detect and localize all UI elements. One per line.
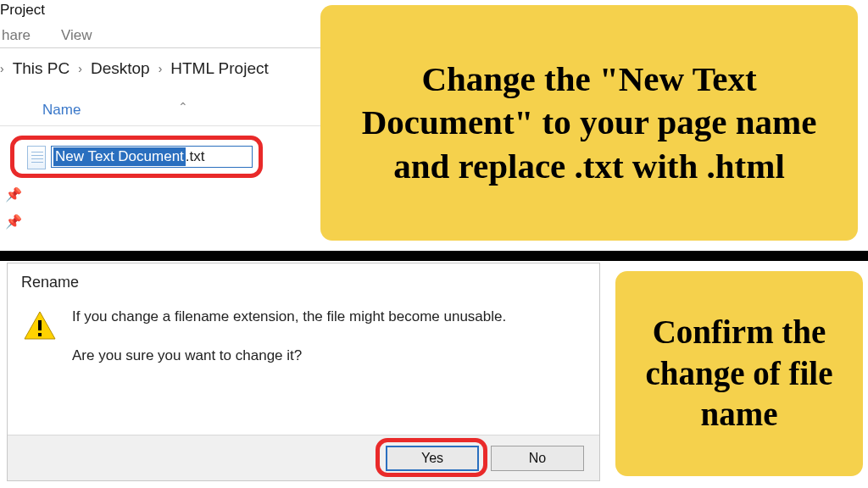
column-separator: [0, 125, 322, 126]
annotation-confirm-instruction: Confirm the change of file name: [615, 271, 863, 476]
annotation-text: Change the "New Text Document" to your p…: [337, 58, 841, 188]
no-button[interactable]: No: [491, 446, 584, 471]
svg-rect-2: [38, 333, 42, 336]
pin-icon: 📌: [5, 186, 19, 200]
yes-button[interactable]: Yes: [386, 446, 479, 471]
pin-icon: 📌: [5, 214, 19, 227]
filename-selected-text: New Text Document: [53, 147, 186, 166]
annotation-rename-instruction: Change the "New Text Document" to your p…: [320, 5, 858, 241]
svg-rect-1: [38, 320, 42, 330]
section-divider: [0, 251, 868, 261]
column-header-name[interactable]: Name: [42, 102, 81, 119]
breadcrumb-item-this-pc[interactable]: This PC: [13, 59, 70, 78]
dialog-body-text: If you change a filename extension, the …: [72, 307, 506, 366]
dialog-message-line1: If you change a filename extension, the …: [72, 307, 506, 327]
sort-caret-icon: ⌃: [178, 100, 188, 114]
ribbon-tab-view[interactable]: View: [59, 27, 94, 44]
warning-icon: [23, 310, 57, 341]
dialog-message-line2: Are you sure you want to change it?: [72, 346, 506, 366]
breadcrumb-item-desktop[interactable]: Desktop: [91, 59, 150, 78]
filename-edit-input[interactable]: New Text Document.txt: [51, 146, 253, 168]
breadcrumb: › This PC › Desktop › HTML Project: [0, 59, 269, 78]
window-title: Project: [0, 2, 45, 19]
annotation-text: Confirm the change of file name: [632, 312, 846, 435]
ribbon-tabs: hare View: [0, 24, 322, 49]
chevron-right-icon: ›: [0, 62, 4, 75]
chevron-right-icon: ›: [159, 62, 163, 75]
dialog-footer: Yes No: [8, 435, 599, 480]
text-file-icon: [27, 146, 46, 169]
breadcrumb-item-html-project[interactable]: HTML Project: [170, 59, 268, 78]
dialog-title: Rename: [8, 263, 599, 298]
ribbon-tab-share[interactable]: hare: [0, 27, 32, 44]
ribbon-separator: [0, 47, 322, 48]
chevron-right-icon: ›: [78, 62, 82, 75]
rename-dialog: Rename If you change a filename extensio…: [7, 263, 600, 481]
filename-extension: .txt: [186, 148, 205, 165]
